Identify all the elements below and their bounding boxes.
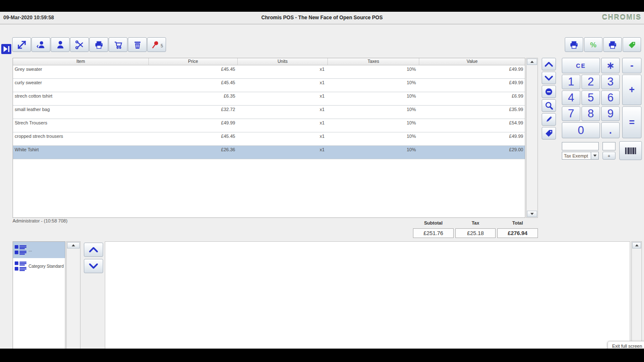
cell-taxes: 10% bbox=[328, 120, 419, 126]
edit-line-icon bbox=[544, 115, 553, 124]
skip-forward-icon bbox=[1, 44, 11, 54]
cell-price: £45.45 bbox=[149, 67, 238, 72]
numpad-plus-button[interactable]: + bbox=[622, 75, 641, 105]
numpad-d3-button[interactable]: 3 bbox=[601, 75, 620, 89]
cell-item: curly sweater bbox=[13, 80, 149, 86]
units-input[interactable] bbox=[602, 142, 615, 150]
table-row[interactable]: small leather bag£32.72x110%£35.99 bbox=[13, 106, 525, 119]
toolbar-right-printer-button[interactable] bbox=[603, 37, 622, 52]
category-list: ...Category Standard bbox=[13, 241, 65, 359]
side-scroll-down-button[interactable] bbox=[542, 72, 556, 84]
col-header-units: Units bbox=[238, 58, 328, 65]
items-scroll-up-button[interactable] bbox=[527, 59, 537, 65]
cell-taxes: 10% bbox=[328, 67, 419, 72]
toolbar-right-discount-percent-button[interactable]: % bbox=[584, 37, 602, 52]
tax-select[interactable]: Tax Exempt bbox=[562, 152, 599, 160]
items-scrollbar[interactable] bbox=[526, 58, 538, 218]
toolbar-trash-button[interactable] bbox=[128, 37, 147, 52]
chromis-pos-window: 09-Mar-2020 10:59:58 Chromis POS - The N… bbox=[0, 0, 644, 362]
numpad-key-label: 1 bbox=[568, 75, 574, 88]
toolbar-cart-button[interactable] bbox=[109, 37, 127, 52]
category-item[interactable]: ... bbox=[13, 242, 65, 258]
side-scroll-up-button[interactable] bbox=[542, 58, 556, 70]
toolbar-customer-search-button[interactable] bbox=[31, 37, 50, 52]
cell-value: £29.00 bbox=[419, 147, 525, 153]
numpad-d8-button[interactable]: 8 bbox=[582, 106, 600, 121]
tax-value: £25.18 bbox=[455, 228, 496, 238]
cell-item: Grey sweater bbox=[13, 67, 149, 72]
toolbar-scissors-button[interactable] bbox=[70, 37, 89, 52]
items-scroll-down-button[interactable] bbox=[527, 211, 537, 217]
numpad-d2-button[interactable]: 2 bbox=[582, 75, 600, 89]
numpad-key-label: . bbox=[609, 125, 612, 136]
table-row[interactable]: Grey sweater£45.45x110%£49.99 bbox=[13, 65, 525, 79]
table-row[interactable]: curly sweater£45.45x110%£49.99 bbox=[13, 79, 525, 92]
cell-value: £35.99 bbox=[419, 107, 525, 113]
numpad-d4-button[interactable]: 4 bbox=[562, 90, 580, 105]
total-label: Total bbox=[497, 220, 538, 225]
numpad-dot-button[interactable]: . bbox=[601, 122, 620, 138]
cell-price: £49.99 bbox=[149, 120, 238, 126]
items-table: Item Price Units Taxes Value Grey sweate… bbox=[13, 58, 525, 218]
cell-value: £49.99 bbox=[419, 80, 525, 86]
numpad-eq-button[interactable]: = bbox=[622, 106, 641, 138]
toolbar-right-receipt-tag-button[interactable] bbox=[623, 37, 641, 52]
combo-arrow-button[interactable] bbox=[591, 152, 598, 159]
toolbar-resize-button[interactable] bbox=[12, 37, 31, 52]
numpad-d9-button[interactable]: 9 bbox=[601, 106, 620, 121]
pin-count-badge: 5 bbox=[161, 44, 163, 48]
add-tax-button[interactable]: + bbox=[602, 152, 615, 160]
resize-icon bbox=[17, 40, 27, 50]
barcode-icon bbox=[624, 147, 637, 155]
cell-value: £49.99 bbox=[419, 67, 525, 72]
numpad-d6-button[interactable]: 6 bbox=[601, 90, 620, 105]
cell-taxes: 10% bbox=[328, 147, 419, 153]
triangle-down-icon bbox=[530, 213, 534, 215]
printer-icon bbox=[569, 40, 579, 50]
table-row[interactable]: White Tshirt£26.36x110%£29.00 bbox=[13, 146, 525, 159]
cell-item: Strech Trousers bbox=[13, 120, 149, 126]
subtotal-value: £251.76 bbox=[413, 228, 454, 238]
side-search-button[interactable] bbox=[542, 99, 556, 112]
barcode-button[interactable] bbox=[619, 141, 642, 160]
table-row[interactable]: cropped strech trousers£45.45x110%£49.99 bbox=[13, 132, 525, 146]
numpad-d5-button[interactable]: 5 bbox=[582, 90, 600, 105]
amount-input[interactable] bbox=[562, 142, 599, 150]
cell-units: x1 bbox=[238, 134, 328, 140]
cell-item: small leather bag bbox=[13, 107, 149, 113]
side-attributes-tag-button[interactable] bbox=[542, 127, 556, 140]
table-row[interactable]: Strech Trousers£49.99x110%£54.99 bbox=[13, 119, 525, 132]
numpad-d0-button[interactable]: 0 bbox=[562, 122, 600, 138]
numpad-mul-button[interactable]: ∗ bbox=[601, 58, 620, 73]
category-scroll-up-button[interactable] bbox=[67, 242, 80, 248]
numpad-key-label: 9 bbox=[607, 107, 613, 120]
side-edit-line-button[interactable] bbox=[542, 113, 556, 126]
toolbar-printer-button[interactable] bbox=[89, 37, 108, 52]
cell-units: x1 bbox=[238, 80, 328, 86]
panel-scroll-up-button[interactable] bbox=[632, 242, 641, 248]
jump-to-end-button[interactable] bbox=[1, 43, 11, 54]
cell-price: £45.45 bbox=[149, 134, 238, 140]
table-row[interactable]: strech cotton tshirt£6.35x110%£6.99 bbox=[13, 92, 525, 106]
top-letterbox-bar bbox=[0, 0, 644, 12]
numpad-key-label: - bbox=[630, 60, 634, 71]
col-header-taxes: Taxes bbox=[328, 58, 419, 65]
category-scrollbar[interactable] bbox=[66, 241, 80, 359]
items-table-header: Item Price Units Taxes Value bbox=[13, 58, 525, 65]
category-item[interactable]: Category Standard bbox=[13, 258, 65, 274]
side-remove-line-button[interactable] bbox=[542, 85, 556, 98]
col-header-value: Value bbox=[419, 58, 525, 65]
category-down-button[interactable] bbox=[84, 259, 103, 273]
toolbar-right-printer-button[interactable] bbox=[565, 37, 583, 52]
toolbar-customer-button[interactable] bbox=[51, 37, 70, 52]
tax-label: Tax bbox=[455, 220, 496, 225]
numpad-minus-button[interactable]: - bbox=[622, 58, 641, 73]
chromis-logo: CHROMIS bbox=[602, 13, 641, 22]
cell-taxes: 10% bbox=[328, 107, 419, 113]
toolbar-pin-button[interactable]: 5 bbox=[147, 37, 166, 52]
printer-icon bbox=[94, 40, 104, 50]
category-up-button[interactable] bbox=[84, 243, 103, 257]
numpad-d1-button[interactable]: 1 bbox=[562, 75, 580, 89]
numpad-ce-button[interactable]: CE bbox=[562, 58, 600, 73]
numpad-d7-button[interactable]: 7 bbox=[562, 106, 580, 121]
